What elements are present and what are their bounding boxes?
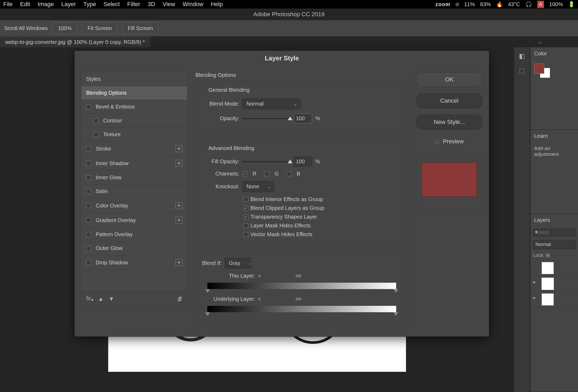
foreground-color[interactable]	[534, 64, 544, 74]
this-layer-gradient[interactable]	[207, 283, 396, 289]
checkbox[interactable]	[86, 175, 91, 180]
menu-help[interactable]: Help	[211, 1, 223, 8]
style-texture[interactable]: Texture	[81, 128, 187, 141]
fill-opacity-input[interactable]	[294, 157, 312, 166]
fit-screen-button[interactable]: Fit Screen	[82, 22, 118, 34]
style-stroke[interactable]: Stroke+	[81, 141, 187, 156]
layer-row[interactable]: 👁	[530, 276, 578, 292]
style-satin[interactable]: Satin	[81, 185, 187, 198]
lock-icon[interactable]: ⊞	[546, 253, 550, 258]
move-down-icon[interactable]: ▼	[108, 295, 114, 302]
layer-row[interactable]	[530, 260, 578, 276]
channel-b-checkbox[interactable]	[287, 172, 291, 176]
underlying-lo: 0	[258, 297, 260, 301]
menu-layer[interactable]: Layer	[61, 1, 76, 8]
add-icon[interactable]: +	[175, 217, 182, 224]
knockout-dropdown[interactable]: None ⌄	[242, 181, 274, 192]
fill-opacity-slider[interactable]	[242, 161, 290, 162]
color-panel-icon[interactable]: ◧	[517, 51, 528, 62]
layer-row[interactable]: 👁	[530, 292, 578, 307]
gradient-thumb-left[interactable]	[205, 312, 210, 316]
menu-image[interactable]: Image	[37, 1, 54, 8]
ok-button[interactable]: OK	[416, 72, 483, 87]
3d-panel-icon[interactable]: ⬚	[517, 65, 528, 76]
style-inner-glow[interactable]: Inner Glow	[81, 171, 187, 185]
menu-filter[interactable]: Filter	[127, 1, 140, 8]
checkbox[interactable]	[86, 203, 91, 208]
checkbox[interactable]	[86, 232, 91, 237]
layers-panel-header[interactable]: Layers	[530, 214, 578, 226]
checkbox[interactable]	[86, 246, 91, 251]
style-color-overlay[interactable]: Color Overlay+	[81, 198, 187, 213]
fill-screen-button[interactable]: Fill Screen	[122, 22, 158, 34]
checkbox[interactable]	[86, 189, 91, 194]
cancel-button[interactable]: Cancel	[416, 93, 483, 108]
blend-if-label: Blend If:	[202, 260, 221, 266]
blend-mode-dropdown[interactable]: Normal ⌄	[242, 98, 301, 109]
move-up-icon[interactable]: ▲	[98, 295, 104, 302]
scroll-all-label[interactable]: Scroll All Windows	[4, 25, 48, 31]
menu-3d[interactable]: 3D	[148, 1, 155, 8]
blend-interior-checkbox[interactable]	[244, 197, 248, 202]
style-drop-shadow[interactable]: Drop Shadow+	[81, 255, 187, 270]
layer-thumbnail[interactable]	[542, 262, 554, 274]
channel-g-checkbox[interactable]	[264, 172, 269, 176]
menu-edit[interactable]: Edit	[20, 1, 30, 8]
layer-thumbnail[interactable]	[542, 278, 554, 290]
style-bevel-emboss[interactable]: Bevel & Emboss	[81, 100, 187, 114]
new-style-button[interactable]: New Style...	[416, 115, 483, 130]
style-inner-shadow[interactable]: Inner Shadow+	[81, 156, 187, 171]
gradient-thumb-right[interactable]	[393, 289, 398, 293]
menu-file[interactable]: File	[3, 1, 12, 8]
checkbox[interactable]	[86, 146, 91, 151]
fx-icon[interactable]: fx▾	[86, 295, 93, 303]
add-icon[interactable]: +	[175, 259, 182, 266]
preview-checkbox[interactable]	[435, 139, 440, 144]
opacity-slider[interactable]	[242, 118, 290, 119]
style-pattern-overlay[interactable]: Pattern Overlay	[81, 228, 187, 241]
layers-filter[interactable]: 🔍	[533, 228, 576, 237]
zoom-100-button[interactable]: 100%	[52, 22, 77, 34]
learn-panel-header[interactable]: Learn	[530, 130, 578, 142]
styles-header[interactable]: Styles	[81, 72, 187, 86]
collapse-panels-icon[interactable]: ‹‹	[539, 40, 542, 45]
checkbox[interactable]	[86, 260, 91, 265]
trash-icon[interactable]: 🗑	[177, 295, 182, 302]
blend-if-dropdown[interactable]: Gray ⌄	[225, 258, 251, 269]
layers-blend-mode[interactable]: Normal	[533, 240, 576, 249]
style-gradient-overlay[interactable]: Gradient Overlay+	[81, 213, 187, 228]
menu-type[interactable]: Type	[83, 1, 96, 8]
add-icon[interactable]: +	[175, 202, 182, 209]
blend-clipped-checkbox[interactable]	[244, 206, 248, 211]
menu-select[interactable]: Select	[103, 1, 120, 8]
checkbox[interactable]	[94, 132, 98, 137]
opacity-input[interactable]	[294, 114, 312, 123]
visibility-icon[interactable]: 👁	[533, 281, 539, 287]
checkbox[interactable]	[86, 218, 91, 223]
layer-mask-hides-checkbox[interactable]	[244, 223, 248, 228]
document-tab[interactable]: webp-to-jpg-converter.jpg @ 100% (Layer …	[0, 37, 150, 47]
layers-filter-input[interactable]	[539, 230, 578, 235]
channel-r-checkbox[interactable]	[242, 172, 247, 176]
add-icon[interactable]: +	[175, 160, 182, 167]
layer-thumbnail[interactable]	[542, 293, 554, 306]
style-blending-options[interactable]: Blending Options	[81, 86, 187, 100]
vector-mask-hides-checkbox[interactable]	[244, 232, 248, 237]
checkbox[interactable]	[94, 118, 98, 123]
gradient-thumb-left[interactable]	[205, 289, 210, 293]
checkbox[interactable]	[86, 105, 91, 109]
gradient-thumb-right[interactable]	[393, 312, 398, 316]
menu-window[interactable]: Window	[183, 1, 203, 8]
style-outer-glow[interactable]: Outer Glow	[81, 241, 187, 255]
color-swatches[interactable]	[530, 60, 578, 82]
transparency-shapes-checkbox[interactable]	[244, 215, 248, 219]
visibility-icon[interactable]	[533, 265, 539, 271]
visibility-icon[interactable]: 👁	[533, 296, 539, 303]
flame-icon: 🔥	[496, 1, 503, 7]
underlying-gradient[interactable]	[207, 306, 396, 312]
add-icon[interactable]: +	[175, 145, 182, 152]
style-contour[interactable]: Contour	[81, 114, 187, 128]
checkbox[interactable]	[86, 161, 91, 166]
color-panel-header[interactable]: Color	[530, 47, 578, 60]
menu-view[interactable]: View	[162, 1, 175, 8]
